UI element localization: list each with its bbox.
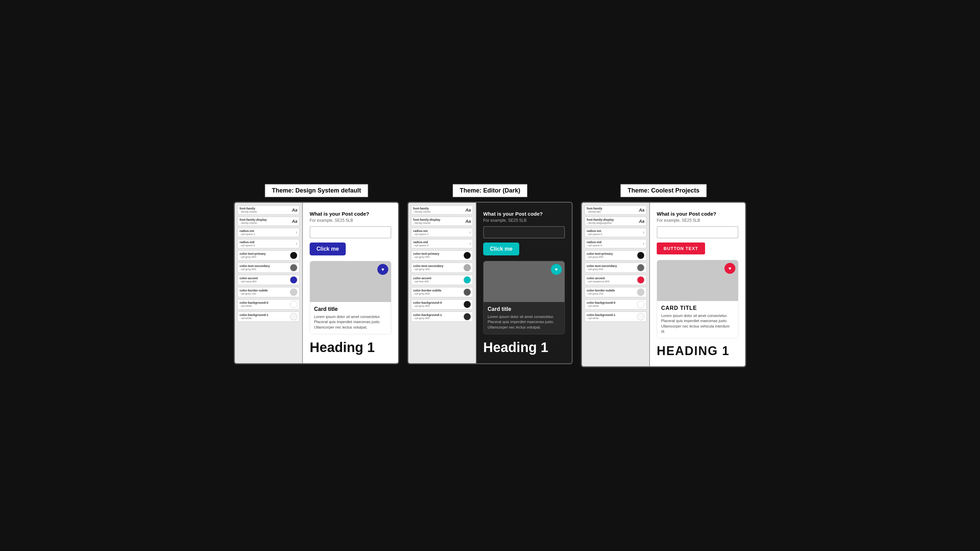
token-value-text: --rpf-grey-900 — [413, 305, 462, 308]
token-item: color-text-secondary--rpf-grey-600 — [237, 263, 299, 273]
token-item: radius-sm--rpf-space-1↕ — [411, 228, 473, 237]
token-name-block: color-accent--rpf-raspberry-800 — [587, 276, 636, 283]
form-question: What is your Post code? — [483, 211, 565, 217]
theme-panel: font-family--family-robotoAafont-family-… — [407, 202, 573, 364]
color-swatch — [463, 313, 471, 321]
form-hint: For example, SE25 5LB — [310, 218, 391, 223]
token-name-block: color-background-0--rpf-white — [240, 301, 288, 308]
card-title: Card title — [314, 306, 387, 312]
token-item: font-family-display--family-leaguegothic… — [585, 217, 646, 226]
token-value-text: --rpf-grey-600 — [587, 268, 636, 271]
card-image: ♥ — [484, 261, 565, 302]
token-item: font-family--family-latoAa — [585, 205, 646, 214]
token-value-text: --rpf-grey-800 — [413, 317, 462, 320]
themes-container: Theme: Design System defaultfont-family-… — [234, 184, 746, 368]
form-hint: For example, SE25 5LB — [657, 218, 738, 223]
preview-card: ♥Card titleLorem ipsum dolor sit amet co… — [310, 261, 391, 334]
token-label-text: radius-sm — [413, 229, 468, 233]
token-list: font-family--family-robotoAafont-family-… — [235, 203, 303, 363]
token-value-text: --rpf-grey-600 — [240, 268, 288, 271]
token-label-text: color-text-secondary — [413, 264, 462, 268]
token-item: radius-md--rpf-space-0↕ — [585, 239, 646, 248]
card-title: Card title — [488, 306, 560, 312]
token-name-block: font-family--family-roboto — [240, 207, 290, 213]
card-heart-button[interactable]: ♥ — [724, 263, 735, 274]
token-name-block: font-family--family-lato — [587, 207, 637, 213]
token-name-block: color-background-1--rpf-white — [587, 313, 636, 320]
token-name-block: color-background-0--rpf-white — [587, 301, 636, 308]
radius-arrows-icon: ↕ — [296, 230, 298, 234]
card-image: ♥ — [657, 260, 738, 301]
token-item: color-accent--rpf-navy-800 — [237, 275, 299, 285]
click-me-button[interactable]: Click me — [310, 243, 346, 256]
card-heart-button[interactable]: ♥ — [377, 264, 388, 275]
preview-heading: Heading 1 — [483, 340, 565, 355]
font-preview-aa: Aa — [639, 219, 644, 224]
token-value-text: --rpf-grey-300 — [413, 268, 462, 271]
token-label-text: color-accent — [240, 276, 288, 280]
token-name-block: color-text-secondary--rpf-grey-600 — [587, 264, 636, 271]
token-item: color-border-subtle--rpf-grey-150 — [237, 287, 299, 297]
font-preview-aa: Aa — [639, 208, 644, 213]
theme-editor-dark: Theme: Editor (Dark)font-family--family-… — [407, 184, 573, 364]
token-label-text: color-text-primary — [240, 252, 288, 256]
font-preview-aa: Aa — [292, 208, 298, 213]
theme-label: Theme: Coolest Projects — [620, 184, 707, 198]
card-body: CARD TITLELorem ipsum dolor sit amet con… — [657, 301, 738, 338]
card-text: Lorem ipsum dolor sit amet consectetur. … — [488, 314, 560, 330]
token-value-text: --family-roboto — [413, 221, 464, 224]
token-name-block: color-accent--rpf-navy-800 — [240, 276, 288, 283]
postcode-input[interactable] — [310, 226, 391, 238]
token-item: color-text-primary--rpf-grey-950 — [585, 250, 646, 260]
token-value-text: --rpf-space-2 — [413, 244, 468, 247]
token-item: color-text-secondary--rpf-grey-300 — [411, 263, 473, 273]
token-label-text: color-border-subtle — [413, 289, 462, 292]
token-item: color-border-subtle--rpf-grey-150 — [585, 287, 646, 297]
token-name-block: color-border-subtle--rpf-grey-600 — [413, 289, 462, 295]
color-swatch — [463, 301, 471, 308]
form-hint: For example, SE25 5LB — [483, 218, 565, 223]
click-me-button[interactable]: Click me — [483, 243, 519, 256]
token-value-text: --rpf-space-1 — [413, 233, 468, 236]
click-me-button[interactable]: BUTTON TEXT — [657, 243, 705, 254]
token-name-block: color-border-subtle--rpf-grey-150 — [587, 289, 636, 295]
token-value-text: --rpf-space-2 — [240, 244, 295, 247]
token-label-text: color-text-secondary — [240, 264, 288, 268]
token-item: font-family--family-robotoAa — [237, 205, 299, 214]
token-item: radius-md--rpf-space-2↕ — [411, 239, 473, 248]
color-swatch — [637, 288, 644, 296]
token-label-text: font-family-display — [587, 218, 637, 221]
color-swatch — [463, 276, 471, 284]
token-label-text: font-family — [413, 207, 464, 210]
color-swatch — [463, 252, 471, 259]
token-value-text: --rpf-white — [587, 305, 636, 308]
font-preview-aa: Aa — [465, 208, 471, 213]
token-name-block: radius-md--rpf-space-0 — [587, 240, 642, 247]
color-swatch — [463, 264, 471, 272]
preview-heading: Heading 1 — [310, 340, 391, 355]
theme-coolest-projects: Theme: Coolest Projectsfont-family--fami… — [581, 184, 746, 368]
token-label-text: radius-md — [587, 240, 642, 244]
token-value-text: --family-roboto — [240, 221, 290, 224]
token-label-text: radius-sm — [587, 229, 642, 233]
token-name-block: radius-sm--rpf-space-1 — [240, 229, 295, 236]
radius-arrows-icon: ↕ — [643, 242, 645, 245]
token-item: radius-md--rpf-space-2↕ — [237, 239, 299, 248]
color-swatch — [290, 288, 298, 296]
theme-panel: font-family--family-robotoAafont-family-… — [234, 202, 399, 364]
form-question: What is your Post code? — [657, 211, 738, 217]
postcode-input[interactable] — [483, 226, 565, 238]
font-preview-aa: Aa — [465, 219, 471, 224]
preview-panel: What is your Post code?For example, SE25… — [303, 203, 398, 363]
token-value-text: --rpf-white — [240, 317, 288, 320]
token-item: color-text-secondary--rpf-grey-600 — [585, 263, 646, 273]
token-value-text: --family-roboto — [413, 210, 464, 213]
token-item: color-text-primary--rpf-grey-950 — [411, 250, 473, 260]
theme-panel: font-family--family-latoAafont-family-di… — [581, 202, 746, 368]
radius-arrows-icon: ↕ — [296, 242, 298, 245]
token-item: radius-sm--rpf-space-0↕ — [585, 228, 646, 237]
preview-card: ♥CARD TITLELorem ipsum dolor sit amet co… — [657, 260, 738, 339]
color-swatch — [290, 264, 298, 272]
postcode-input[interactable] — [657, 226, 738, 238]
card-heart-button[interactable]: ♥ — [551, 264, 562, 275]
